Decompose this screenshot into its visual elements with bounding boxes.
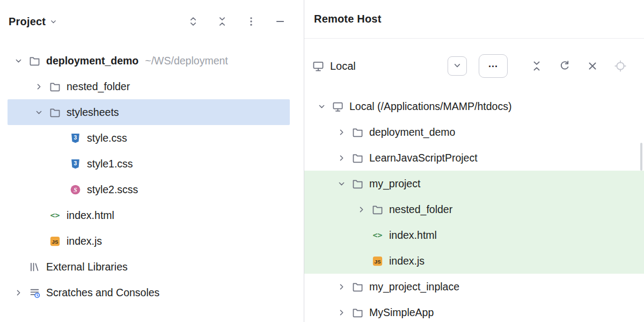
tree-label: deployment_demo	[369, 126, 455, 138]
tree-label: index.html	[389, 229, 437, 241]
target-button[interactable]	[613, 58, 628, 74]
tree-label: LearnJavaScriptProject	[369, 152, 478, 164]
tree-row-scratches-and-consoles[interactable]: Scratches and Consoles	[0, 280, 304, 305]
folder-icon	[371, 203, 384, 216]
tree-label: style1.css	[87, 158, 133, 170]
tree-label: stylesheets	[67, 106, 119, 119]
tree-label: index.html	[67, 209, 114, 222]
project-header: Project	[0, 0, 304, 43]
js-icon: JS	[48, 235, 61, 247]
svg-text:<>: <>	[372, 230, 382, 240]
tree-row-nested-folder[interactable]: nested_folder	[0, 74, 304, 99]
tree-label: nested_folder	[389, 203, 452, 216]
tree-row-index-js[interactable]: JSindex.js	[0, 228, 304, 254]
tree-row-style1-css[interactable]: 3style1.css	[0, 151, 304, 177]
tree-label: style2.scss	[87, 184, 138, 196]
chevron-right-icon[interactable]	[332, 308, 351, 318]
remote-host-header: Remote Host	[304, 0, 644, 39]
tree-label: index.js	[389, 255, 425, 267]
chevron-right-icon[interactable]	[332, 127, 351, 137]
hide-button[interactable]	[274, 15, 287, 28]
tree-label: style.css	[87, 132, 127, 144]
folder-icon	[48, 106, 61, 119]
chevron-down-icon[interactable]	[9, 56, 28, 66]
refresh-button[interactable]	[557, 58, 572, 74]
tree-row-style-css[interactable]: 3style.css	[0, 125, 304, 151]
folder-icon	[48, 80, 61, 93]
tree-label: nested_folder	[67, 80, 130, 93]
tree-label: Local (/Applications/MAMP/htdocs)	[349, 100, 511, 113]
expand-all-button[interactable]	[187, 15, 200, 28]
chevron-right-icon[interactable]	[332, 282, 351, 292]
tree-label: Scratches and Consoles	[46, 287, 159, 299]
svg-text:3: 3	[74, 160, 77, 166]
ide-window: Project deployment_demo~/WS/deploymentne…	[0, 0, 644, 322]
tree-label: index.js	[67, 235, 102, 247]
scratches-icon	[28, 286, 41, 299]
project-view-switcher[interactable]: Project	[9, 16, 58, 28]
more-vertical-button[interactable]	[245, 15, 258, 28]
tree-row-deployment-demo[interactable]: deployment_demo	[304, 119, 644, 145]
folder-icon	[351, 280, 364, 293]
path-hint: ~/WS/deployment	[145, 55, 228, 67]
svg-text:S: S	[74, 186, 77, 193]
tree-row-stylesheets[interactable]: stylesheets	[0, 99, 304, 125]
server-selector-label[interactable]: Local	[330, 60, 356, 72]
tree-row-local-applications-mamp-htdocs[interactable]: Local (/Applications/MAMP/htdocs)	[304, 93, 644, 119]
folder-icon	[28, 54, 41, 67]
tree-row-index-html[interactable]: <>index.html	[304, 222, 644, 248]
tree-label: my_project_inplace	[369, 281, 459, 293]
chevron-right-icon[interactable]	[332, 153, 351, 163]
svg-text:<>: <>	[50, 210, 60, 220]
server-icon	[312, 60, 325, 72]
remote-host-toolbar: Local ...	[304, 39, 644, 93]
chevron-down-icon[interactable]	[312, 101, 331, 112]
project-tree: deployment_demo~/WS/deploymentnested_fol…	[0, 48, 304, 322]
chevron-down-icon[interactable]	[29, 107, 48, 118]
scss-icon: S	[69, 183, 82, 196]
server-icon	[331, 100, 344, 113]
tree-label: my_project	[369, 178, 420, 190]
library-icon	[28, 260, 41, 273]
chevron-right-icon[interactable]	[29, 82, 48, 92]
project-title: Project	[9, 16, 46, 28]
tree-row-learnjavascriptproject[interactable]: LearnJavaScriptProject	[304, 145, 644, 171]
tree-row-nested-folder[interactable]: nested_folder	[304, 196, 644, 222]
tree-row-index-js[interactable]: JSindex.js	[304, 248, 644, 274]
tree-row-mysimpleapp[interactable]: MySimpleApp	[304, 299, 644, 322]
tree-label: deployment_demo	[46, 55, 138, 67]
chevron-down-icon	[49, 17, 58, 26]
chevron-down-icon[interactable]	[332, 179, 351, 189]
tree-row-style2-scss[interactable]: Sstyle2.scss	[0, 177, 304, 202]
svg-text:JS: JS	[374, 258, 380, 264]
tree-label: External Libraries	[46, 261, 128, 273]
remote-host-tree: Local (/Applications/MAMP/htdocs)deploym…	[304, 93, 644, 322]
tree-label: MySimpleApp	[369, 306, 434, 319]
tree-row-external-libraries[interactable]: External Libraries	[0, 254, 304, 280]
project-panel: Project deployment_demo~/WS/deploymentne…	[0, 0, 304, 322]
folder-icon	[351, 306, 364, 319]
remote-host-title: Remote Host	[314, 13, 382, 25]
collapse-all-button[interactable]	[529, 58, 544, 74]
css-icon: 3	[69, 157, 82, 170]
remote-host-toolbar-actions	[529, 58, 628, 74]
collapse-all-button[interactable]	[216, 15, 229, 28]
css-icon: 3	[69, 131, 82, 144]
chevron-down-icon	[452, 60, 463, 72]
html-icon: <>	[48, 209, 61, 222]
folder-icon	[351, 151, 364, 164]
svg-text:JS: JS	[52, 238, 58, 244]
tree-row-index-html[interactable]: <>index.html	[0, 202, 304, 228]
scrollbar-thumb[interactable]	[640, 143, 642, 171]
js-icon: JS	[371, 254, 384, 267]
tree-row-my-project[interactable]: my_project	[304, 171, 644, 196]
chevron-right-icon[interactable]	[352, 204, 371, 215]
svg-text:3: 3	[74, 134, 77, 140]
tree-row-deployment-demo[interactable]: deployment_demo~/WS/deployment	[0, 48, 304, 74]
tree-row-my-project-inplace[interactable]: my_project_inplace	[304, 274, 644, 299]
chevron-right-icon[interactable]	[9, 288, 28, 298]
project-header-actions	[187, 15, 287, 28]
browse-servers-button[interactable]: ...	[479, 54, 508, 78]
close-button[interactable]	[585, 58, 600, 74]
server-dropdown-button[interactable]	[448, 56, 467, 76]
